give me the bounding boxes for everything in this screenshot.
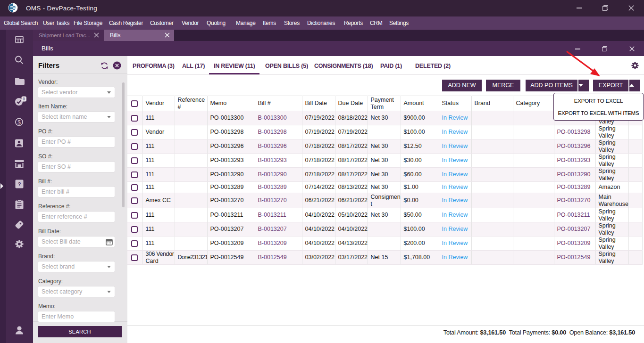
svg-text:$: $ [17, 119, 21, 126]
svg-text:0: 0 [23, 97, 25, 101]
svg-text:?: ? [18, 181, 21, 187]
